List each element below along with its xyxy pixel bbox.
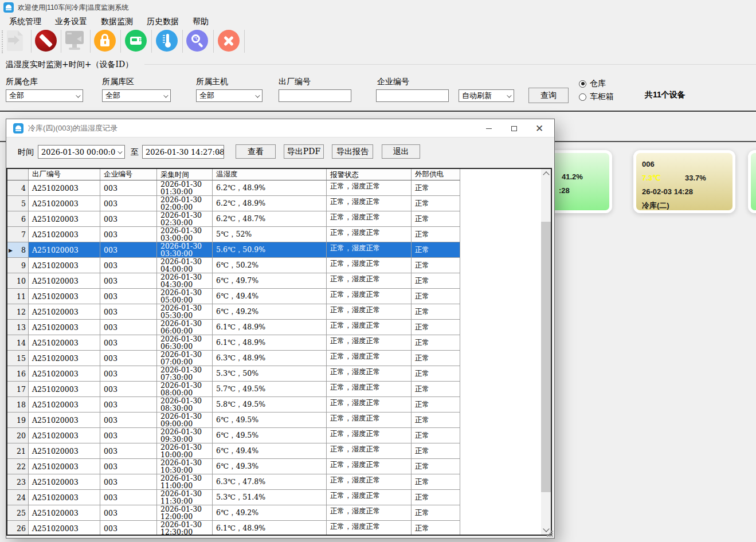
dialog-window-buttons: ✕: [476, 119, 552, 138]
table-row[interactable]: 16A2510200030032026-01-30 07:30:005.3℃，5…: [7, 366, 461, 382]
collect-time-cell: 2026-01-30 06:00:00: [157, 320, 213, 335]
temp-humidity-cell: 6℃，49.7%: [213, 273, 327, 289]
collect-time-cell: 2026-01-30 12:30:00: [157, 521, 213, 536]
table-row[interactable]: 15A2510200030032026-01-30 07:00:006.3℃，4…: [7, 351, 461, 366]
device-card-clipped[interactable]: [748, 150, 756, 213]
warehouse-radio[interactable]: [579, 80, 586, 88]
table-row[interactable]: 23A2510200030032026-01-30 11:00:006.3℃，4…: [7, 474, 461, 490]
to-datetime-picker[interactable]: 2026-01-30 14:27:08: [142, 145, 224, 159]
row-number-cell: 8▶: [7, 242, 29, 258]
app-logo-icon: [3, 2, 14, 13]
factory-no-cell: A251020003: [29, 397, 100, 413]
factory-no-cell: A251020003: [29, 413, 100, 428]
area-select[interactable]: 全部: [102, 89, 171, 102]
column-header[interactable]: 企业编号: [100, 169, 157, 180]
scrollbar-thumb[interactable]: [541, 222, 551, 492]
factory-no-cell: A251020003: [29, 273, 100, 289]
table-row[interactable]: 9A2510200030032026-01-30 04:00:006℃，50.2…: [7, 258, 461, 273]
host-select[interactable]: 全部: [196, 89, 263, 102]
table-row[interactable]: 6A2510200030032026-01-30 02:30:006.2℃，48…: [7, 211, 461, 227]
factory-no-cell: A251020003: [29, 351, 100, 366]
dialog-resize-grip[interactable]: [551, 535, 553, 537]
table-row[interactable]: 13A2510200030032026-01-30 06:00:006.1℃，4…: [7, 320, 461, 335]
menu-bar: 系统管理 业务设置 数据监测 历史数据 帮助: [0, 15, 756, 29]
host-select-value: 全部: [199, 91, 214, 101]
external-power-cell: 正常: [412, 227, 460, 242]
row-number-cell: 14: [7, 335, 29, 351]
company-no-cell: 003: [100, 335, 157, 351]
export-report-button[interactable]: 导出报告: [332, 144, 373, 159]
menu-business-settings[interactable]: 业务设置: [48, 15, 94, 28]
table-row[interactable]: 22A2510200030032026-01-30 10:30:006℃，49.…: [7, 459, 461, 474]
scroll-up-icon[interactable]: [543, 171, 549, 178]
toolbar-grip[interactable]: [2, 30, 3, 53]
table-row[interactable]: 18A2510200030032026-01-30 08:30:005.8℃，4…: [7, 397, 461, 413]
lock-icon[interactable]: [94, 30, 116, 52]
scroll-down-icon[interactable]: [543, 525, 549, 532]
stop-icon[interactable]: [35, 30, 57, 52]
table-row[interactable]: 11A2510200030032026-01-30 05:00:006℃，49.…: [7, 289, 461, 304]
external-power-cell: 正常: [412, 490, 460, 505]
column-header[interactable]: 外部供电: [412, 169, 460, 180]
thermometer-icon[interactable]: [156, 30, 178, 52]
dialog-toolbar: 时间 2026-01-30 00:00:0 至 2026-01-30 14:27…: [6, 138, 554, 168]
table-row[interactable]: 10A2510200030032026-01-30 04:30:006℃，49.…: [7, 273, 461, 289]
company-no-cell: 003: [100, 505, 157, 521]
dialog-close-button[interactable]: ✕: [527, 119, 552, 138]
warehouse-select[interactable]: 全部: [6, 89, 83, 102]
external-power-cell: 正常: [412, 413, 460, 428]
grid-vertical-scrollbar[interactable]: [541, 169, 551, 535]
column-header[interactable]: 出厂编号: [29, 169, 100, 180]
menu-help[interactable]: 帮助: [186, 15, 216, 28]
table-row[interactable]: 12A2510200030032026-01-30 05:30:006℃，49.…: [7, 304, 461, 320]
table-row[interactable]: 26A2510200030032026-01-30 12:30:006.1℃，4…: [7, 521, 461, 536]
auto-refresh-select[interactable]: 自动刷新: [459, 89, 514, 102]
temperature-search-icon[interactable]: [186, 30, 208, 52]
close-x-icon[interactable]: [218, 30, 240, 52]
row-number-cell: 9: [7, 258, 29, 273]
company-no-input[interactable]: [376, 89, 449, 102]
table-row[interactable]: 4A2510200030032026-01-30 01:30:006.2℃，48…: [7, 180, 461, 196]
column-header[interactable]: 报警状态: [327, 169, 412, 180]
menu-data-monitoring[interactable]: 数据监测: [94, 15, 140, 28]
export-pdf-button[interactable]: 导出PDF: [284, 144, 324, 159]
menu-system-management[interactable]: 系统管理: [2, 15, 48, 28]
export-document-icon[interactable]: [7, 30, 23, 51]
row-number-cell: 16: [7, 366, 29, 382]
terminal-device-icon[interactable]: [125, 30, 147, 52]
dialog-maximize-button[interactable]: [502, 119, 527, 138]
table-row[interactable]: 14A2510200030032026-01-30 06:30:006.1℃，4…: [7, 335, 461, 351]
exit-button[interactable]: 退出: [382, 144, 420, 159]
table-row[interactable]: 25A2510200030032026-01-30 12:00:006℃，49.…: [7, 505, 461, 521]
company-no-cell: 003: [100, 474, 157, 490]
company-no-label: 企业编号: [377, 77, 409, 87]
cabinet-radio[interactable]: [579, 93, 586, 101]
temp-humidity-cell: 5.3℃，51.4%: [213, 490, 327, 505]
table-row[interactable]: 24A2510200030032026-01-30 11:30:005.3℃，5…: [7, 490, 461, 505]
company-no-cell: 003: [100, 413, 157, 428]
factory-no-input[interactable]: [279, 89, 351, 102]
table-row[interactable]: 20A2510200030032026-01-30 09:30:006℃，49.…: [7, 428, 461, 443]
column-header[interactable]: 采集时间: [157, 169, 213, 180]
from-datetime-picker[interactable]: 2026-01-30 00:00:0: [38, 145, 125, 159]
alarm-status-cell: 正常，湿度正常: [327, 196, 412, 211]
table-row[interactable]: 8▶A2510200030032026-01-30 03:30:005.6℃，5…: [7, 242, 461, 258]
table-row[interactable]: 5A2510200030032026-01-30 02:00:006.2℃，48…: [7, 196, 461, 211]
maximize-icon: [511, 126, 517, 131]
company-no-cell: 003: [100, 273, 157, 289]
table-row[interactable]: 19A2510200030032026-01-30 09:00:006℃，49.…: [7, 413, 461, 428]
alarm-status-cell: 正常，湿度正常: [327, 180, 412, 196]
table-row[interactable]: 7A2510200030032026-01-30 03:00:005℃，52%正…: [7, 227, 461, 242]
remote-monitor-icon[interactable]: [65, 31, 84, 50]
column-header[interactable]: 温湿度: [213, 169, 327, 180]
factory-no-cell: A251020003: [29, 180, 100, 196]
menu-history-data[interactable]: 历史数据: [140, 15, 186, 28]
factory-no-cell: A251020003: [29, 443, 100, 459]
dialog-minimize-button[interactable]: [476, 119, 502, 138]
query-button[interactable]: 查询: [528, 88, 569, 103]
view-button[interactable]: 查看: [236, 144, 276, 159]
temp-humidity-cell: 5.6℃，50.9%: [213, 242, 327, 258]
table-row[interactable]: 21A2510200030032026-01-30 10:00:006℃，49.…: [7, 443, 461, 459]
table-row[interactable]: 17A2510200030032026-01-30 08:00:005.7℃，4…: [7, 382, 461, 397]
device-card-006[interactable]: 006 7.3℃ 33.7% 26-02-03 14:28 冷库(二): [633, 150, 735, 213]
